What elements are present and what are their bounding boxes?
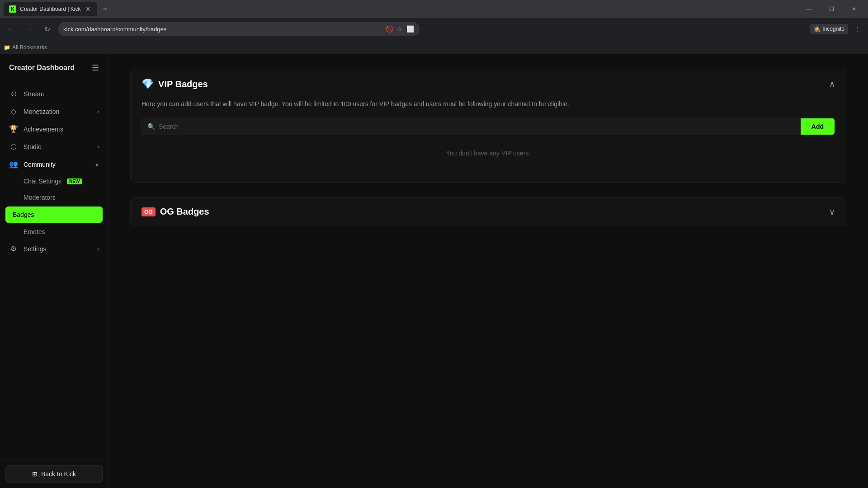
camera-off-icon: 🚫 — [386, 25, 393, 33]
search-input[interactable] — [159, 118, 795, 135]
community-chevron-icon: ∨ — [95, 161, 99, 168]
sidebar-item-studio[interactable]: ⬡ Studio › — [0, 138, 108, 155]
bookmarks-folder-icon: 📁 — [4, 44, 10, 51]
sidebar-item-community[interactable]: 👥 Community ∨ — [0, 155, 108, 173]
vip-badges-body: Here you can add users that will have VI… — [131, 99, 846, 182]
app-container: Creator Dashboard ☰ ⊙ Stream ◇ Monetizat… — [0, 54, 868, 488]
add-button[interactable]: Add — [801, 118, 835, 135]
vip-search-field[interactable]: 🔍 — [142, 118, 801, 135]
close-button[interactable]: ✕ — [844, 0, 864, 18]
menu-toggle-icon[interactable]: ☰ — [92, 63, 99, 73]
sidebar-item-chat-settings[interactable]: Chat Settings NEW — [0, 173, 108, 189]
sidebar: Creator Dashboard ☰ ⊙ Stream ◇ Monetizat… — [0, 54, 108, 488]
new-tab-button[interactable]: + — [99, 3, 112, 15]
vip-diamond-icon: 💎 — [142, 78, 154, 90]
studio-icon: ⬡ — [9, 142, 18, 151]
tab-close-button[interactable]: ✕ — [85, 5, 92, 13]
extensions-button[interactable]: ⋮ — [850, 22, 864, 36]
community-label: Community — [24, 161, 90, 168]
tab-title: Creator Dashboard | Kick — [20, 6, 81, 12]
search-icon: 🔍 — [147, 123, 155, 130]
forward-nav-button[interactable]: → — [22, 22, 36, 36]
tab-favicon: K — [9, 5, 16, 13]
sidebar-item-moderators[interactable]: Moderators — [0, 189, 108, 206]
bookmarks-label: All Bookmarks — [12, 44, 47, 51]
address-icons: 🚫 ☆ ⬜ — [386, 25, 414, 33]
sidebar-item-badges[interactable]: Badges — [5, 206, 103, 223]
achievements-label: Achievements — [24, 126, 99, 133]
maximize-button[interactable]: ❐ — [821, 0, 842, 18]
studio-label: Studio — [24, 143, 92, 150]
browser-actions: 🕵 Incognito ⋮ — [810, 22, 864, 36]
community-icon: 👥 — [9, 160, 18, 169]
vip-empty-state: You don't have any VIP users. — [142, 135, 835, 171]
og-badges-title-text: OG Badges — [160, 206, 209, 217]
window-controls: — ❐ ✕ — [798, 0, 864, 18]
vip-search-add-row: 🔍 Add — [142, 118, 835, 135]
sidebar-nav: ⊙ Stream ◇ Monetization › 🏆 Achievements… — [0, 81, 108, 460]
sidebar-header: Creator Dashboard ☰ — [0, 54, 108, 81]
back-label: Back to Kick — [41, 470, 76, 478]
achievements-icon: 🏆 — [9, 125, 18, 133]
back-nav-button[interactable]: ← — [4, 22, 18, 36]
reload-button[interactable]: ↻ — [40, 22, 54, 36]
vip-badges-title-text: VIP Badges — [158, 79, 208, 89]
back-to-kick-button[interactable]: ⊞ Back to Kick — [5, 465, 103, 483]
vip-badges-header[interactable]: 💎 VIP Badges ∧ — [131, 69, 846, 99]
sidebar-title: Creator Dashboard — [9, 64, 75, 72]
moderators-label: Moderators — [24, 194, 56, 201]
monetization-icon: ◇ — [9, 107, 18, 116]
emotes-label: Emotes — [24, 228, 45, 235]
settings-icon: ⚙ — [9, 244, 18, 253]
browser-chrome: K Creator Dashboard | Kick ✕ + — ❐ ✕ ← →… — [0, 0, 868, 54]
settings-chevron-icon: › — [97, 246, 99, 252]
incognito-icon: 🕵 — [814, 26, 821, 32]
sidebar-item-monetization[interactable]: ◇ Monetization › — [0, 103, 108, 120]
address-text: kick.com/dashboard/community/badges — [63, 26, 382, 33]
vip-badges-title: 💎 VIP Badges — [142, 78, 208, 90]
main-content: 💎 VIP Badges ∧ Here you can add users th… — [108, 54, 868, 488]
tab-bar: K Creator Dashboard | Kick ✕ + — ❐ ✕ — [0, 0, 868, 18]
address-bar[interactable]: kick.com/dashboard/community/badges 🚫 ☆ … — [58, 22, 420, 36]
bookmark-icon[interactable]: ☆ — [397, 25, 403, 33]
studio-chevron-icon: › — [97, 144, 99, 150]
chat-settings-label: Chat Settings — [24, 178, 61, 185]
minimize-button[interactable]: — — [798, 0, 819, 18]
stream-label: Stream — [24, 90, 99, 98]
incognito-profile-button[interactable]: 🕵 Incognito — [810, 24, 848, 34]
sidebar-item-stream[interactable]: ⊙ Stream — [0, 85, 108, 103]
profile-label: Incognito — [822, 26, 844, 32]
og-badges-title: OG OG Badges — [142, 206, 209, 217]
settings-label: Settings — [24, 245, 92, 253]
sidebar-item-achievements[interactable]: 🏆 Achievements — [0, 120, 108, 138]
address-bar-row: ← → ↻ kick.com/dashboard/community/badge… — [0, 18, 868, 40]
device-icon[interactable]: ⬜ — [406, 25, 414, 33]
badges-label: Badges — [13, 211, 34, 218]
sidebar-item-emotes[interactable]: Emotes — [0, 224, 108, 240]
monetization-chevron-icon: › — [97, 108, 99, 115]
monetization-label: Monetization — [24, 108, 92, 115]
bookmarks-bar: 📁 All Bookmarks — [0, 40, 868, 54]
vip-badges-collapse-icon[interactable]: ∧ — [829, 79, 835, 89]
og-badges-header[interactable]: OG OG Badges ∨ — [131, 197, 846, 226]
og-badges-section: OG OG Badges ∨ — [130, 197, 846, 226]
back-icon: ⊞ — [32, 470, 38, 478]
vip-badges-description: Here you can add users that will have VI… — [142, 99, 835, 109]
sidebar-item-settings[interactable]: ⚙ Settings › — [0, 240, 108, 258]
community-sub-nav: Chat Settings NEW Moderators Badges Emot… — [0, 173, 108, 240]
sidebar-footer: ⊞ Back to Kick — [0, 460, 108, 488]
chat-settings-new-badge: NEW — [67, 178, 82, 184]
og-badges-expand-icon[interactable]: ∨ — [829, 207, 835, 217]
vip-badges-section: 💎 VIP Badges ∧ Here you can add users th… — [130, 69, 846, 183]
og-icon: OG — [142, 207, 156, 216]
active-tab[interactable]: K Creator Dashboard | Kick ✕ — [4, 2, 97, 16]
stream-icon: ⊙ — [9, 89, 18, 98]
